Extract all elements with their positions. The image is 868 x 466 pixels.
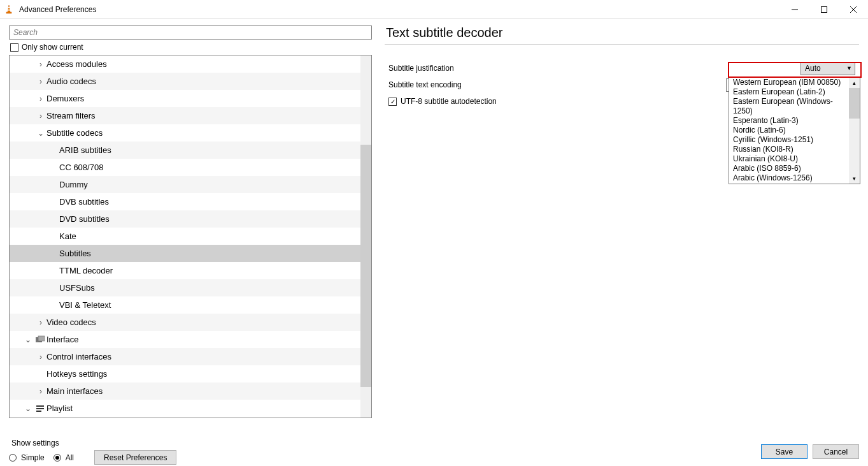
dropdown-item[interactable]: Cyrillic (Windows-1251)	[729, 135, 849, 145]
chevron-down-icon: ▼	[846, 65, 852, 71]
chevron-right-icon[interactable]: ›	[35, 77, 46, 86]
chevron-down-icon[interactable]: ⌄	[22, 335, 34, 344]
dropdown-item[interactable]: Russian (KOI8-R)	[729, 145, 849, 154]
tree-item-access-modules[interactable]: ›Access modules	[10, 55, 360, 73]
subtitle-justification-select[interactable]: Auto ▼	[800, 62, 855, 75]
tree-item-audio-codecs[interactable]: ›Audio codecs	[10, 73, 360, 90]
tree-item-main-interfaces[interactable]: ›Main interfaces	[10, 382, 360, 400]
tree-item-dvb[interactable]: DVB subtitles	[10, 193, 360, 210]
tree-item-hotkeys[interactable]: Hotkeys settings	[10, 365, 360, 382]
chevron-down-icon[interactable]: ⌄	[35, 129, 46, 138]
dropdown-item[interactable]: Esperanto (Latin-3)	[729, 116, 849, 126]
left-pane: Only show current ›Access modules ›Audio…	[0, 19, 376, 437]
scroll-up-icon[interactable]: ▴	[849, 77, 860, 88]
tree-item-playlist[interactable]: ⌄Playlist	[10, 400, 360, 417]
subtitle-encoding-label: Subtitle text encoding	[388, 80, 462, 89]
vlc-cone-icon	[4, 4, 14, 15]
save-button[interactable]: Save	[761, 444, 808, 459]
utf8-autodetection-label: UTF-8 subtitle autodetection	[401, 97, 497, 106]
titlebar: Advanced Preferences	[0, 0, 868, 19]
tree-item-vbi[interactable]: VBI & Teletext	[10, 296, 360, 314]
tree-item-control-interfaces[interactable]: ›Control interfaces	[10, 348, 360, 365]
tree-item-subtitles[interactable]: Subtitles	[10, 245, 360, 262]
tree-item-dvd[interactable]: DVD subtitles	[10, 210, 360, 228]
window-controls	[780, 0, 868, 18]
checkbox-checked-icon: ✓	[388, 98, 397, 106]
playlist-icon	[34, 404, 46, 413]
maximize-button[interactable]	[809, 0, 839, 18]
radio-unchecked-icon	[9, 454, 17, 462]
dropdown-item[interactable]: Nordic (Latin-6)	[729, 126, 849, 135]
tree-item-usf[interactable]: USFSubs	[10, 279, 360, 296]
radio-checked-icon	[53, 454, 61, 462]
right-pane: Text subtitle decoder Subtitle justifica…	[376, 19, 868, 437]
cancel-button[interactable]: Cancel	[813, 444, 859, 459]
reset-preferences-button[interactable]: Reset Preferences	[94, 450, 176, 465]
chevron-down-icon[interactable]: ⌄	[22, 404, 34, 413]
all-radio[interactable]: All	[53, 453, 74, 462]
interface-icon	[34, 335, 46, 344]
tree-item-kate[interactable]: Kate	[10, 228, 360, 245]
svg-rect-0	[6, 12, 11, 13]
bottom-bar: Show settings Simple All Reset Preferenc…	[0, 437, 868, 466]
subtitle-justification-label: Subtitle justification	[388, 64, 454, 73]
svg-rect-2	[8, 10, 10, 11]
tree-item-stream-filters[interactable]: ›Stream filters	[10, 107, 360, 124]
minimize-button[interactable]	[780, 0, 809, 18]
scrollbar-thumb[interactable]	[360, 145, 371, 387]
tree-scrollbar[interactable]	[360, 55, 371, 418]
scrollbar-thumb[interactable]	[849, 88, 860, 119]
chevron-right-icon[interactable]: ›	[35, 387, 46, 396]
simple-radio[interactable]: Simple	[9, 453, 45, 462]
tree-item-video-codecs[interactable]: ›Video codecs	[10, 314, 360, 331]
dropdown-item[interactable]: Western European (IBM 00850)	[729, 78, 849, 87]
dropdown-scrollbar[interactable]: ▴ ▾	[849, 77, 860, 184]
svg-rect-4	[822, 6, 827, 12]
close-button[interactable]	[839, 0, 868, 18]
tree-item-cc608[interactable]: CC 608/708	[10, 159, 360, 176]
tree-item-interface[interactable]: ⌄Interface	[10, 331, 360, 348]
dropdown-item[interactable]: Arabic (ISO 8859-6)	[729, 164, 849, 173]
scroll-down-icon[interactable]: ▾	[849, 173, 860, 184]
tree-item-dummy[interactable]: Dummy	[10, 176, 360, 193]
chevron-right-icon[interactable]: ›	[35, 60, 46, 69]
tree-item-demuxers[interactable]: ›Demuxers	[10, 90, 360, 107]
search-input[interactable]	[9, 25, 372, 40]
chevron-right-icon[interactable]: ›	[35, 318, 46, 327]
window-title: Advanced Preferences	[19, 5, 96, 14]
dropdown-item[interactable]: Arabic (Windows-1256)	[729, 173, 849, 183]
chevron-right-icon[interactable]: ›	[35, 353, 46, 361]
tree-item-subtitle-codecs[interactable]: ⌄Subtitle codecs	[10, 124, 360, 142]
dropdown-item[interactable]: Ukrainian (KOI8-U)	[729, 154, 849, 164]
tree-item-arib[interactable]: ARIB subtitles	[10, 142, 360, 159]
svg-rect-1	[8, 7, 10, 8]
only-show-current-checkbox[interactable]: Only show current	[9, 41, 369, 54]
chevron-right-icon[interactable]: ›	[35, 94, 46, 103]
dropdown-item[interactable]: Eastern European (Latin-2)	[729, 87, 849, 97]
preferences-tree: ›Access modules ›Audio codecs ›Demuxers …	[9, 55, 372, 418]
only-show-current-label: Only show current	[22, 43, 83, 52]
checkbox-empty-icon	[10, 43, 18, 52]
select-value: Auto	[805, 64, 821, 73]
encoding-dropdown-list[interactable]: Western European (IBM 00850) Eastern Eur…	[729, 76, 860, 184]
show-settings-label: Show settings	[9, 439, 176, 448]
chevron-right-icon[interactable]: ›	[35, 112, 46, 120]
svg-rect-8	[38, 336, 45, 341]
dropdown-item[interactable]: Eastern European (Windows-1250)	[729, 97, 849, 116]
tree-item-ttml[interactable]: TTML decoder	[10, 262, 360, 279]
panel-title: Text subtitle decoder	[385, 24, 859, 45]
